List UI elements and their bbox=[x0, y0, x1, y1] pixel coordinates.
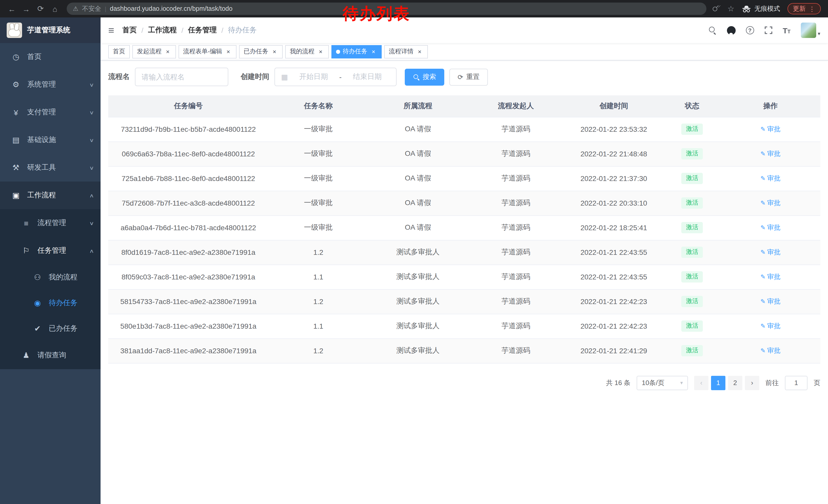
approve-link[interactable]: ✎审批 bbox=[760, 248, 781, 256]
tab-已办任务[interactable]: 已办任务× bbox=[239, 45, 283, 58]
github-icon[interactable] bbox=[727, 26, 735, 35]
approve-link[interactable]: ✎审批 bbox=[760, 174, 781, 182]
sidebar-item-payment[interactable]: ¥支付管理∨ bbox=[0, 98, 100, 126]
sidebar-item-leave-query[interactable]: ♟请假查询 bbox=[0, 341, 100, 369]
approve-link[interactable]: ✎审批 bbox=[760, 224, 781, 231]
sidebar-collapse-icon[interactable]: ≡ bbox=[108, 25, 114, 35]
reset-button[interactable]: ⟳ 重置 bbox=[449, 68, 488, 85]
navbar-actions: ? TT ▾ bbox=[708, 22, 820, 38]
approve-link[interactable]: ✎审批 bbox=[760, 273, 781, 280]
sidebar-item-devtools[interactable]: ⚒研发工具∨ bbox=[0, 154, 100, 182]
start-date-placeholder[interactable]: 开始日期 bbox=[291, 72, 336, 82]
sidebar-item-task-mgmt[interactable]: ⚐任务管理∧ bbox=[0, 237, 100, 265]
sidebar-logo[interactable]: 芋道管理系统 bbox=[0, 17, 100, 43]
close-icon[interactable]: × bbox=[416, 48, 423, 55]
font-size-icon[interactable]: TT bbox=[783, 27, 791, 34]
sidebar-item-infrastructure[interactable]: ▤基础设施∨ bbox=[0, 126, 100, 154]
tab-首页[interactable]: 首页 bbox=[108, 45, 130, 58]
page-size-select[interactable]: 10条/页 ▾ bbox=[637, 375, 688, 390]
date-separator: - bbox=[339, 73, 342, 81]
tab-label: 发起流程 bbox=[137, 47, 162, 56]
cell-process: 测试多审批人 bbox=[368, 240, 468, 265]
search-icon[interactable] bbox=[708, 26, 716, 34]
address-bar[interactable]: ⚠ 不安全 | dashboard.yudao.iocoder.cn/bpm/t… bbox=[67, 3, 706, 15]
cell-task-name: 1.2 bbox=[268, 338, 368, 363]
close-icon[interactable]: × bbox=[225, 48, 232, 55]
cell-status: 激活 bbox=[664, 166, 720, 191]
browser-forward-icon[interactable]: → bbox=[19, 2, 33, 15]
fullscreen-icon[interactable] bbox=[764, 26, 772, 34]
status-badge: 激活 bbox=[681, 148, 703, 159]
approve-label: 审批 bbox=[767, 347, 781, 354]
close-icon[interactable]: × bbox=[317, 48, 324, 55]
cell-starter: 芋道源码 bbox=[468, 191, 564, 215]
table-row: 8f059c03-7ac8-11ec-a9e2-a2380e71991a1.1测… bbox=[108, 265, 820, 289]
task-table-body: 73211d9d-7b9b-11ec-b5b7-acde48001122一级审批… bbox=[108, 117, 820, 363]
cell-status: 激活 bbox=[664, 117, 720, 141]
date-range-picker[interactable]: ▦ 开始日期 - 结束日期 bbox=[275, 68, 397, 86]
pencil-icon: ✎ bbox=[760, 150, 766, 157]
table-row: 8f0d1619-7ac8-11ec-a9e2-a2380e71991a1.2测… bbox=[108, 240, 820, 265]
password-key-icon[interactable] bbox=[711, 3, 722, 14]
sidebar-item-todo-task[interactable]: ◉待办任务 bbox=[0, 290, 100, 316]
approve-link[interactable]: ✎审批 bbox=[760, 297, 781, 305]
process-name-input[interactable] bbox=[141, 73, 222, 81]
tab-流程表单-编辑[interactable]: 流程表单-编辑× bbox=[178, 45, 237, 58]
tab-发起流程[interactable]: 发起流程× bbox=[132, 45, 176, 58]
breadcrumb-item[interactable]: 工作流程 bbox=[148, 26, 177, 35]
more-vert-icon[interactable]: ⋮ bbox=[809, 5, 815, 12]
bookmark-star-icon[interactable]: ☆ bbox=[728, 4, 734, 13]
sidebar-item-system[interactable]: ⚙系统管理∨ bbox=[0, 71, 100, 98]
sidebar-item-my-process[interactable]: ⚇我的流程 bbox=[0, 265, 100, 290]
browser-back-icon[interactable]: ← bbox=[5, 2, 18, 15]
sidebar-item-label: 首页 bbox=[27, 52, 42, 61]
cell-status: 激活 bbox=[664, 265, 720, 289]
todo-icon: ◉ bbox=[32, 299, 43, 308]
cell-task-id: a6aba0a4-7b6d-11ec-b781-acde48001122 bbox=[108, 215, 268, 240]
breadcrumb-item[interactable]: 首页 bbox=[122, 26, 137, 35]
sidebar-item-home[interactable]: ◷首页 bbox=[0, 43, 100, 71]
chevron-up-icon: ∧ bbox=[89, 192, 94, 198]
browser-home-icon[interactable]: ⌂ bbox=[48, 2, 61, 15]
browser-update-button[interactable]: 更新 ⋮ bbox=[787, 3, 821, 14]
browser-reload-icon[interactable]: ⟳ bbox=[34, 2, 47, 15]
approve-link[interactable]: ✎审批 bbox=[760, 347, 781, 354]
pencil-icon: ✎ bbox=[760, 322, 766, 330]
end-date-placeholder[interactable]: 结束日期 bbox=[345, 72, 390, 82]
tab-label: 首页 bbox=[113, 47, 125, 56]
cell-starter: 芋道源码 bbox=[468, 265, 564, 289]
tab-我的流程[interactable]: 我的流程× bbox=[285, 45, 329, 58]
task-table-wrap: 任务编号任务名称所属流程流程发起人创建时间状态操作 73211d9d-7b9b-… bbox=[100, 91, 828, 363]
approve-link[interactable]: ✎审批 bbox=[760, 125, 781, 133]
goto-page-input[interactable] bbox=[785, 375, 808, 390]
breadcrumb-item[interactable]: 任务管理 bbox=[188, 26, 217, 35]
search-button[interactable]: 搜索 bbox=[405, 68, 444, 85]
prev-page-button[interactable]: ‹ bbox=[694, 375, 708, 390]
tab-流程详情[interactable]: 流程详情× bbox=[384, 45, 428, 58]
cell-starter: 芋道源码 bbox=[468, 117, 564, 141]
close-icon[interactable]: × bbox=[164, 48, 171, 55]
cell-starter: 芋道源码 bbox=[468, 215, 564, 240]
cell-task-name: 一级审批 bbox=[268, 117, 368, 141]
approve-link[interactable]: ✎审批 bbox=[760, 150, 781, 157]
dashboard-icon: ◷ bbox=[10, 52, 22, 61]
page-button-1[interactable]: 1 bbox=[711, 375, 726, 390]
next-page-button[interactable]: › bbox=[745, 375, 759, 390]
sidebar-item-workflow[interactable]: ▣工作流程∧ bbox=[0, 182, 100, 209]
user-avatar[interactable]: ▾ bbox=[801, 22, 820, 38]
approve-link[interactable]: ✎审批 bbox=[760, 199, 781, 207]
approve-link[interactable]: ✎审批 bbox=[760, 322, 781, 330]
my-process-icon: ⚇ bbox=[32, 273, 43, 282]
sidebar-item-done-task[interactable]: ✔已办任务 bbox=[0, 316, 100, 341]
tab-待办任务[interactable]: 待办任务× bbox=[331, 45, 382, 58]
close-icon[interactable]: × bbox=[271, 48, 278, 55]
sidebar-item-process-mgmt[interactable]: ≡流程管理∨ bbox=[0, 209, 100, 237]
close-icon[interactable]: × bbox=[370, 48, 377, 55]
column-header: 创建时间 bbox=[564, 95, 664, 117]
question-icon[interactable]: ? bbox=[746, 26, 754, 34]
url-separator: | bbox=[105, 6, 107, 12]
page-button-2[interactable]: 2 bbox=[728, 375, 742, 390]
cell-action: ✎审批 bbox=[720, 240, 820, 265]
incognito-label: 无痕模式 bbox=[754, 4, 780, 13]
page-unit-label: 页 bbox=[814, 378, 820, 387]
